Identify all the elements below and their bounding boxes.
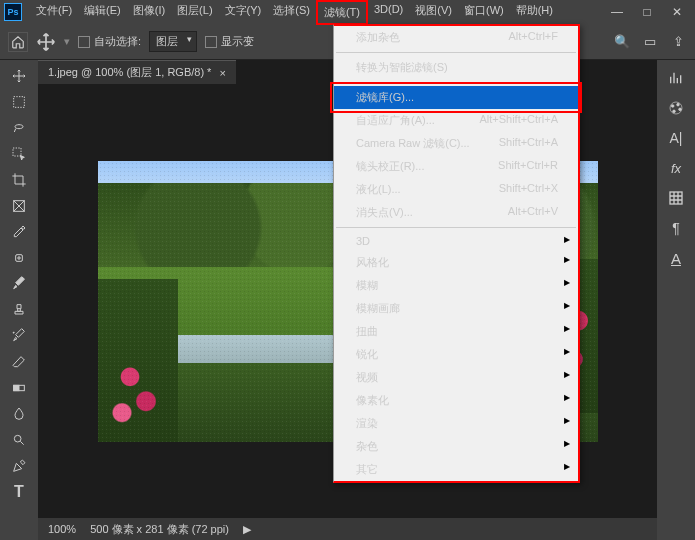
filter-menu-item[interactable]: 像素化 bbox=[334, 389, 578, 412]
filter-menu-item[interactable]: 液化(L)...Shift+Ctrl+X bbox=[334, 178, 578, 201]
filter-menu-item[interactable]: 其它 bbox=[334, 458, 578, 481]
filter-menu-item[interactable]: 3D bbox=[334, 231, 578, 251]
eyedropper-tool[interactable] bbox=[7, 220, 31, 244]
healing-tool[interactable] bbox=[7, 246, 31, 270]
menu-select[interactable]: 选择(S) bbox=[267, 0, 316, 25]
filter-menu-item[interactable]: 扭曲 bbox=[334, 320, 578, 343]
svg-point-9 bbox=[679, 108, 682, 111]
stamp-tool[interactable] bbox=[7, 298, 31, 322]
maximize-button[interactable]: □ bbox=[633, 3, 661, 21]
document-tab-label: 1.jpeg @ 100% (图层 1, RGB/8) * bbox=[48, 65, 211, 80]
menu-type[interactable]: 文字(Y) bbox=[219, 0, 268, 25]
blur-tool[interactable] bbox=[7, 402, 31, 426]
workspace-icon[interactable]: ▭ bbox=[641, 33, 659, 51]
options-right: 🔍 ▭ ⇪ bbox=[613, 33, 687, 51]
lasso-tool[interactable] bbox=[7, 116, 31, 140]
menu-file[interactable]: 文件(F) bbox=[30, 0, 78, 25]
status-bar: 100% 500 像素 x 281 像素 (72 ppi) ▶ bbox=[38, 518, 657, 540]
show-transform-checkbox[interactable]: 显示变 bbox=[205, 34, 254, 49]
filter-menu-item[interactable]: 模糊画廊 bbox=[334, 297, 578, 320]
filter-menu-item[interactable]: 模糊 bbox=[334, 274, 578, 297]
type-tool[interactable]: T bbox=[7, 480, 31, 504]
menu-3d[interactable]: 3D(D) bbox=[368, 0, 409, 25]
status-arrow-icon[interactable]: ▶ bbox=[243, 523, 251, 536]
filter-menu-item[interactable]: 锐化 bbox=[334, 343, 578, 366]
eraser-tool[interactable] bbox=[7, 350, 31, 374]
close-tab-icon[interactable]: × bbox=[219, 67, 225, 79]
app-icon: Ps bbox=[4, 3, 22, 21]
brush-tool[interactable] bbox=[7, 272, 31, 296]
filter-menu-item[interactable]: 镜头校正(R)...Shift+Ctrl+R bbox=[334, 155, 578, 178]
glyph-icon[interactable]: A bbox=[666, 248, 686, 268]
filter-menu-item[interactable]: 渲染 bbox=[334, 412, 578, 435]
swatches-icon[interactable] bbox=[666, 98, 686, 118]
search-icon[interactable]: 🔍 bbox=[613, 33, 631, 51]
menu-layer[interactable]: 图层(L) bbox=[171, 0, 218, 25]
move-tool-icon bbox=[36, 32, 56, 52]
menu-view[interactable]: 视图(V) bbox=[409, 0, 458, 25]
filter-menu-item: 转换为智能滤镜(S) bbox=[334, 56, 578, 79]
histogram-icon[interactable] bbox=[666, 68, 686, 88]
styles-icon[interactable]: fx bbox=[666, 158, 686, 178]
title-bar: Ps 文件(F) 编辑(E) 图像(I) 图层(L) 文字(Y) 选择(S) 滤… bbox=[0, 0, 695, 24]
window-controls: — □ ✕ bbox=[603, 3, 691, 21]
pen-tool[interactable] bbox=[7, 454, 31, 478]
home-icon[interactable] bbox=[8, 32, 28, 52]
show-transform-label: 显示变 bbox=[221, 35, 254, 47]
filter-menu-item: 消失点(V)...Alt+Ctrl+V bbox=[334, 201, 578, 224]
svg-point-7 bbox=[671, 105, 674, 108]
svg-point-6 bbox=[14, 435, 21, 442]
menu-help[interactable]: 帮助(H) bbox=[510, 0, 559, 25]
menu-filter[interactable]: 滤镜(T) bbox=[316, 0, 368, 25]
auto-select-checkbox[interactable]: 自动选择: bbox=[78, 34, 141, 49]
character-icon[interactable]: A| bbox=[666, 128, 686, 148]
menu-image[interactable]: 图像(I) bbox=[127, 0, 171, 25]
doc-info: 500 像素 x 281 像素 (72 ppi) bbox=[90, 522, 229, 537]
filter-menu-item[interactable]: Camera Raw 滤镜(C)...Shift+Ctrl+A bbox=[334, 132, 578, 155]
zoom-level[interactable]: 100% bbox=[48, 523, 76, 535]
crop-tool[interactable] bbox=[7, 168, 31, 192]
svg-point-10 bbox=[673, 110, 676, 113]
filter-menu: 添加杂色Alt+Ctrl+F转换为智能滤镜(S)滤镜库(G)...自适应广角(A… bbox=[333, 24, 580, 483]
toolbox: T bbox=[0, 60, 38, 540]
close-button[interactable]: ✕ bbox=[663, 3, 691, 21]
move-tool[interactable] bbox=[7, 64, 31, 88]
filter-menu-item[interactable]: 杂色 bbox=[334, 435, 578, 458]
menu-edit[interactable]: 编辑(E) bbox=[78, 0, 127, 25]
marquee-tool[interactable] bbox=[7, 90, 31, 114]
layer-dropdown[interactable]: 图层 bbox=[149, 31, 197, 52]
svg-rect-12 bbox=[670, 192, 682, 204]
svg-rect-5 bbox=[14, 385, 19, 390]
filter-menu-item[interactable]: 视频 bbox=[334, 366, 578, 389]
paragraph-icon[interactable]: ¶ bbox=[666, 218, 686, 238]
filter-menu-item[interactable]: 风格化 bbox=[334, 251, 578, 274]
grid-icon[interactable] bbox=[666, 188, 686, 208]
auto-select-label: 自动选择: bbox=[94, 35, 141, 47]
quick-select-tool[interactable] bbox=[7, 142, 31, 166]
filter-menu-item[interactable]: 添加杂色Alt+Ctrl+F bbox=[334, 26, 578, 49]
right-panel: A| fx ¶ A bbox=[657, 60, 695, 540]
filter-menu-item[interactable]: 滤镜库(G)... bbox=[334, 86, 578, 109]
svg-point-8 bbox=[677, 103, 680, 106]
menu-bar: 文件(F) 编辑(E) 图像(I) 图层(L) 文字(Y) 选择(S) 滤镜(T… bbox=[30, 0, 603, 25]
minimize-button[interactable]: — bbox=[603, 3, 631, 21]
filter-menu-item[interactable]: 自适应广角(A)...Alt+Shift+Ctrl+A bbox=[334, 109, 578, 132]
share-icon[interactable]: ⇪ bbox=[669, 33, 687, 51]
dodge-tool[interactable] bbox=[7, 428, 31, 452]
svg-rect-0 bbox=[14, 97, 25, 108]
history-brush-tool[interactable] bbox=[7, 324, 31, 348]
frame-tool[interactable] bbox=[7, 194, 31, 218]
document-tab[interactable]: 1.jpeg @ 100% (图层 1, RGB/8) * × bbox=[38, 60, 236, 84]
menu-window[interactable]: 窗口(W) bbox=[458, 0, 510, 25]
gradient-tool[interactable] bbox=[7, 376, 31, 400]
